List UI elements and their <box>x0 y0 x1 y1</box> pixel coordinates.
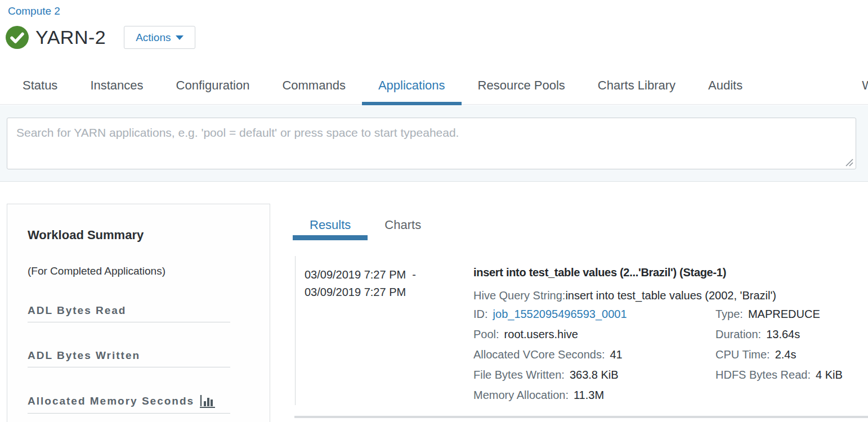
caret-down-icon <box>176 35 184 40</box>
hive-query-string: Hive Query String:insert into test_table… <box>473 289 868 302</box>
tab-status[interactable]: Status <box>6 68 74 105</box>
tab-applications-label: Applications <box>378 78 445 92</box>
result-details-grid: ID:job_1552095496593_0001 Type:MAPREDUCE… <box>473 304 868 405</box>
health-good-icon <box>6 26 29 49</box>
time-range-dash: - <box>412 268 416 281</box>
metric-divider <box>28 322 230 322</box>
tab-charts[interactable]: Charts <box>368 213 438 237</box>
actions-button[interactable]: Actions <box>124 26 195 49</box>
breadcrumb-compute-link[interactable]: Compute 2 <box>8 5 60 17</box>
results-bottom-divider <box>294 416 868 418</box>
field-duration: Duration:13.64s <box>715 324 868 344</box>
field-cpu-time: CPU Time:2.4s <box>715 344 868 365</box>
result-time-range: 03/09/2019 7:27 PM - 03/09/2019 7:27 PM <box>305 266 473 405</box>
result-title: insert into test_table values (2...'Braz… <box>473 266 868 279</box>
tab-commands[interactable]: Commands <box>266 68 361 105</box>
workload-summary-title: Workload Summary <box>28 228 249 243</box>
bar-chart-icon[interactable] <box>200 394 215 408</box>
applications-search-section <box>0 105 868 182</box>
metric-label: ADL Bytes Read <box>28 304 249 317</box>
applications-search-input[interactable] <box>7 118 856 169</box>
service-nav: Status Instances Configuration Commands … <box>0 68 868 105</box>
metric-divider <box>28 367 230 367</box>
field-id: ID:job_1552095496593_0001 <box>473 304 715 324</box>
page-title: YARN-2 <box>35 26 106 48</box>
metric-divider <box>28 413 230 414</box>
actions-button-label: Actions <box>136 32 171 44</box>
metric-allocated-memory-seconds: Allocated Memory Seconds <box>28 394 249 414</box>
tab-audits[interactable]: Audits <box>692 68 759 105</box>
result-start-time: 03/09/2019 7:27 PM <box>305 268 406 281</box>
tab-configuration[interactable]: Configuration <box>160 68 266 105</box>
metric-adl-bytes-read: ADL Bytes Read <box>28 304 249 322</box>
workload-summary-subtitle: (For Completed Applications) <box>28 265 249 277</box>
field-file-bytes-written: File Bytes Written:363.8 KiB <box>473 365 715 385</box>
service-header: YARN-2 Actions <box>6 26 195 49</box>
hive-query-label: Hive Query String: <box>473 289 565 302</box>
workload-summary-panel: Workload Summary (For Completed Applicat… <box>7 204 270 422</box>
field-hdfs-bytes-read: HDFS Bytes Read:4 KiB <box>715 365 868 385</box>
tab-instances[interactable]: Instances <box>74 68 159 105</box>
field-pool: Pool:root.users.hive <box>473 324 715 344</box>
metric-label: ADL Bytes Written <box>28 349 249 362</box>
result-end-time: 03/09/2019 7:27 PM <box>305 284 473 301</box>
active-tab-underline <box>293 235 368 240</box>
tab-charts-library[interactable]: Charts Library <box>581 68 692 105</box>
tab-applications[interactable]: Applications <box>362 68 462 105</box>
tab-results-label: Results <box>310 218 351 232</box>
field-allocated-vcore-seconds: Allocated VCore Seconds:41 <box>473 344 715 365</box>
field-type: Type:MAPREDUCE <box>715 304 868 324</box>
application-result-row[interactable]: 03/09/2019 7:27 PM - 03/09/2019 7:27 PM … <box>296 256 868 405</box>
tab-results[interactable]: Results <box>293 213 368 237</box>
metric-adl-bytes-written: ADL Bytes Written <box>28 349 249 367</box>
metric-label: Allocated Memory Seconds <box>28 395 194 407</box>
field-memory-allocation: Memory Allocation:11.3M <box>473 385 715 405</box>
results-charts-tabs: Results Charts <box>293 213 438 237</box>
hive-query-value: insert into test_table values (2002, 'Br… <box>565 289 776 302</box>
job-id-link[interactable]: job_1552095496593_0001 <box>493 308 627 320</box>
tab-partial-clipped[interactable]: W <box>862 68 868 104</box>
tab-resource-pools[interactable]: Resource Pools <box>462 68 581 105</box>
results-list: 03/09/2019 7:27 PM - 03/09/2019 7:27 PM … <box>295 256 868 405</box>
